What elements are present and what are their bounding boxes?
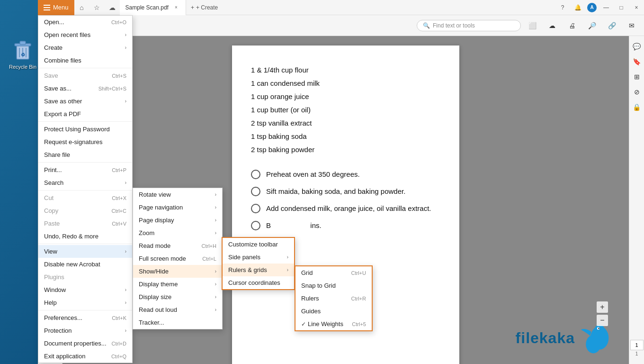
menu-preferences[interactable]: Preferences... Ctrl+K <box>38 311 132 324</box>
menu-doc-props[interactable]: Document properties... Ctrl+D <box>38 337 132 350</box>
step-1: Preheat oven at 350 degrees. <box>251 169 440 180</box>
close-button[interactable]: × <box>629 0 644 15</box>
menu-print[interactable]: Print... Ctrl+P <box>38 164 132 176</box>
svg-point-8 <box>595 325 605 335</box>
view-read-mode[interactable]: Read mode Ctrl+H <box>133 239 222 252</box>
view-zoom[interactable]: Zoom › <box>133 227 222 239</box>
search-placeholder: Find text or tools <box>433 22 475 29</box>
toolbar-cloud-btn[interactable]: ☁ <box>544 17 561 34</box>
toolbar-link-btn[interactable]: 🔗 <box>603 17 620 34</box>
showhide-side-panels[interactable]: Side panels › <box>223 251 294 264</box>
notifications-button[interactable]: 🔔 <box>570 0 585 15</box>
zoom-in-button[interactable]: + <box>597 301 608 313</box>
tab-title: Sample Scan.pdf <box>125 4 169 11</box>
menu-plugins: Plugins <box>38 271 132 283</box>
menu-save-other[interactable]: Save as other › <box>38 95 132 108</box>
menu-button[interactable]: Menu <box>38 0 74 15</box>
menu-divider-1 <box>38 68 132 68</box>
tab-close-button[interactable]: × <box>172 4 180 11</box>
help-button[interactable]: ? <box>555 0 570 15</box>
menu-open-recent[interactable]: Open recent files › <box>38 28 132 41</box>
toolbar-zoom-btn[interactable]: 🔎 <box>583 17 600 34</box>
security-panel-btn[interactable]: 🔒 <box>630 100 644 114</box>
menu-save-as[interactable]: Save as... Shift+Ctrl+S <box>38 82 132 95</box>
minimize-button[interactable]: — <box>599 0 614 15</box>
view-showhide[interactable]: Show/Hide › <box>133 265 222 278</box>
menu-disable-acrobat[interactable]: Disable new Acrobat <box>38 258 132 271</box>
menu-esign[interactable]: Request e-signatures <box>38 136 132 148</box>
rulers-grid[interactable]: Grid Ctrl+U <box>295 266 372 279</box>
menu-window[interactable]: Window › <box>38 283 132 296</box>
cloud-button[interactable]: ☁ <box>105 0 120 15</box>
filekoka-logo: filekaka <box>516 321 610 355</box>
toolbar-print-btn[interactable]: 🖨 <box>564 17 581 34</box>
search-box[interactable]: 🔍 Find text or tools <box>417 20 521 31</box>
page-total: 1 <box>635 351 638 356</box>
view-display-size[interactable]: Display size › <box>133 291 222 303</box>
title-bar: Menu ⌂ ☆ ☁ Sample Scan.pdf × <box>38 0 644 15</box>
hamburger-icon <box>44 5 50 10</box>
star-icon: ☆ <box>94 4 100 11</box>
view-tracker[interactable]: Tracker... <box>133 316 222 329</box>
window-controls: ? 🔔 A — □ × <box>555 0 644 15</box>
right-panel: 💬 🔖 ⊞ ⊘ 🔒 1 1 <box>629 36 644 364</box>
menu-protect[interactable]: Protect Using Password <box>38 123 132 136</box>
view-page-nav[interactable]: Page navigation › <box>133 201 222 214</box>
menu-protection[interactable]: Protection › <box>38 324 132 337</box>
home-icon: ⌂ <box>80 4 83 11</box>
menu-help[interactable]: Help › <box>38 296 132 309</box>
current-page: 1 <box>635 342 638 348</box>
view-fullscreen[interactable]: Full screen mode Ctrl+L <box>133 252 222 265</box>
rulers-snap[interactable]: Snap to Grid <box>295 279 372 292</box>
menu-undo[interactable]: Undo, Redo & more <box>38 230 132 243</box>
bookmarks-panel-btn[interactable]: 🔖 <box>630 55 644 68</box>
recycle-bin-image: ♻ <box>13 39 32 62</box>
comments-panel-btn[interactable]: 💬 <box>630 40 644 53</box>
recipe-line-3: 1 cup orange juice <box>251 91 440 102</box>
menu-combine[interactable]: Combine files <box>38 54 132 67</box>
recycle-bin-icon[interactable]: ♻ Recycle Bin <box>6 39 40 70</box>
view-rotate[interactable]: Rotate view › <box>133 188 222 201</box>
rulers-guides[interactable]: Guides <box>295 305 372 318</box>
checkbox-4 <box>251 221 260 230</box>
showhide-rulers-grids[interactable]: Rulers & grids › <box>223 264 294 276</box>
view-read-loud[interactable]: Read out loud › <box>133 303 222 316</box>
checkbox-1 <box>251 170 260 179</box>
star-button[interactable]: ☆ <box>89 0 105 15</box>
active-tab[interactable]: Sample Scan.pdf × <box>120 0 186 15</box>
home-button[interactable]: ⌂ <box>74 0 89 15</box>
menu-view[interactable]: View › <box>38 245 132 258</box>
menu-dropdown: Open... Ctrl+O Open recent files › Creat… <box>38 15 133 363</box>
grid-panel-btn[interactable]: ⊞ <box>630 70 644 83</box>
user-avatar[interactable]: A <box>587 3 597 12</box>
menu-exit[interactable]: Exit application Ctrl+Q <box>38 350 132 363</box>
toolbar-mail-btn[interactable]: ✉ <box>623 17 640 34</box>
logo-bird-icon <box>577 321 610 355</box>
maximize-button[interactable]: □ <box>614 0 629 15</box>
menu-label: Menu <box>53 4 69 11</box>
zoom-out-button[interactable]: − <box>597 315 608 326</box>
search-icon: 🔍 <box>423 22 430 29</box>
layers-panel-btn[interactable]: ⊘ <box>630 85 644 99</box>
menu-copy: Copy Ctrl+C <box>38 204 132 217</box>
menu-search[interactable]: Search › <box>38 176 132 189</box>
menu-create[interactable]: Create › <box>38 41 132 54</box>
recipe-line-4: 1 cup butter (or oil) <box>251 104 440 116</box>
menu-share[interactable]: Share file <box>38 148 132 161</box>
rulers-line-weights[interactable]: ✓Line Weights Ctrl+5 <box>295 318 372 330</box>
menu-divider-5 <box>38 244 132 244</box>
new-tab-button[interactable]: + + Create <box>186 0 223 15</box>
toolbar-scan-btn[interactable]: ⬜ <box>524 17 541 34</box>
cloud-icon: ☁ <box>109 4 116 11</box>
menu-cut: Cut Ctrl+X <box>38 191 132 204</box>
showhide-submenu: Customize toolbar Side panels › Rulers &… <box>222 237 295 290</box>
recipe-line-1: 1 & 1/4th cup flour <box>251 64 440 76</box>
checkbox-3 <box>251 204 260 213</box>
menu-open[interactable]: Open... Ctrl+O <box>38 16 132 28</box>
showhide-cursor-coords[interactable]: Cursor coordinates <box>223 276 294 289</box>
menu-export[interactable]: Export a PDF <box>38 108 132 120</box>
view-display-theme[interactable]: Display theme › <box>133 278 222 291</box>
view-page-display[interactable]: Page display › <box>133 214 222 227</box>
rulers-rulers[interactable]: Rulers Ctrl+R <box>295 292 372 305</box>
showhide-customize[interactable]: Customize toolbar <box>223 238 294 251</box>
